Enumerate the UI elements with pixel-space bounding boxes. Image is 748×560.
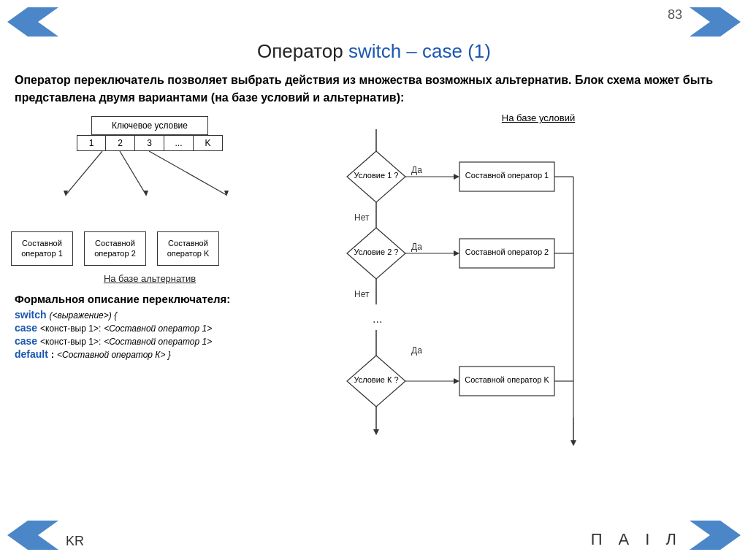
intro-text: Оператор переключатель позволяет выбрать… [15,72,733,107]
footer-pail: П А І Л [591,530,682,549]
svg-text:Составной оператор K: Составной оператор K [465,375,549,384]
branch-k: K [194,135,223,151]
key-condition-box: Ключевое условие [91,116,208,135]
branch-dots: ... [164,135,194,151]
svg-text:Условие К ?: Условие К ? [354,375,398,384]
svg-text:Нет: Нет [354,212,370,223]
left-diagram-caption: На базе альтернатив [11,273,289,284]
code-line-2: case <конст-выр 1>: <Составной оператор … [15,322,289,334]
svg-marker-35 [373,429,379,435]
flowchart-top: Ключевое условие 1 2 3 ... K [11,116,289,151]
code-line-4: default : <Составной оператор К> } [15,348,289,360]
page-number: 83 [668,7,682,23]
branches-row: 1 2 3 ... K [77,135,223,151]
svg-marker-5 [224,191,229,196]
svg-marker-31 [454,378,459,384]
svg-text:...: ... [373,312,382,325]
sub-boxes: Составнойоператор 1 Составнойоператор 2 … [11,231,289,266]
svg-text:Составной оператор 1: Составной оператор 1 [465,171,549,180]
code-line-3: case <конст-выр 1>: <Составной оператор … [15,335,289,347]
right-diagram-title: На базе условий [340,112,737,123]
svg-marker-20 [454,250,459,256]
svg-line-2 [120,151,146,195]
svg-text:Условие 1 ?: Условие 1 ? [354,171,399,180]
svg-line-4 [149,151,226,195]
next-nav-arrow[interactable] [690,7,741,39]
bottom-prev-nav-arrow[interactable] [7,521,58,553]
formal-description: Формальноя описание переключателя: switc… [15,293,289,360]
sub-box-k: Составнойоператор K [157,231,219,266]
code-line-1: switch (<выражение>) { [15,309,289,321]
sub-box-1: Составнойоператор 1 [11,231,73,266]
formal-title: Формальноя описание переключателя: [15,293,289,305]
svg-marker-41 [570,440,576,446]
svg-text:Да: Да [411,165,422,175]
right-flowchart-svg: Условие 1 ? Да Составной оператор 1 Нет … [303,129,588,465]
sub-box-2: Составнойоператор 2 [84,231,146,266]
svg-text:Да: Да [411,345,422,356]
footer-kr: KR [66,534,84,549]
branch-3: 3 [135,135,164,151]
left-diagram: Ключевое условие 1 2 3 ... K [11,112,289,468]
prev-nav-arrow[interactable] [7,7,58,39]
svg-marker-11 [454,174,459,180]
branch-1: 1 [77,135,106,151]
svg-text:Да: Да [411,242,422,252]
left-connector-lines [11,151,281,224]
bottom-next-nav-arrow[interactable] [690,521,741,553]
svg-text:Составной оператор 2: Составной оператор 2 [465,248,549,256]
svg-line-0 [66,151,102,195]
branch-2: 2 [106,135,135,151]
svg-marker-3 [144,191,148,196]
page-title: Оператор switch – case (1) [0,40,748,63]
svg-text:Условие 2 ?: Условие 2 ? [354,248,399,256]
right-diagram: На базе условий Условие 1 ? Да Составной… [303,112,737,468]
svg-text:Нет: Нет [354,289,370,299]
